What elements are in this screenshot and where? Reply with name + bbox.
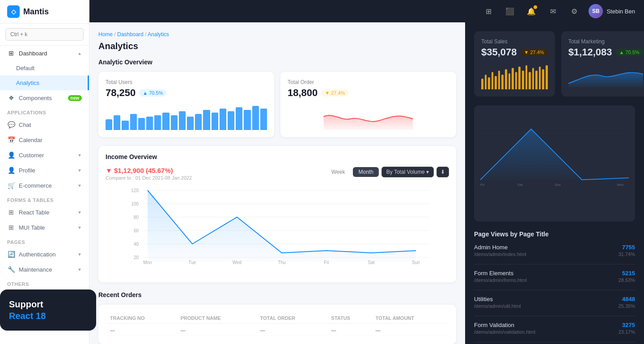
total-marketing-badge: ▲ 70.5% <box>616 49 643 56</box>
bar-gold <box>505 69 507 89</box>
sidebar-item-react-table[interactable]: ⊞ React Table ▼ <box>0 205 89 220</box>
forms-tables-label: Forms & Tables <box>0 193 89 205</box>
bar <box>187 117 194 130</box>
bar <box>212 113 218 130</box>
total-sales-value: $35,078 <box>481 46 517 58</box>
pv-title-1: Form Elements <box>474 270 527 277</box>
pages-label: Pages <box>0 235 89 247</box>
svg-text:Sun: Sun <box>555 183 561 187</box>
sidebar-item-chat[interactable]: 💬 Chat <box>0 117 89 132</box>
user-avatar: SB <box>589 4 603 18</box>
income-compare: Compare to : 01 Dec 2021-08 Jan 2022 <box>106 175 192 180</box>
page-views-section: Page Views by Page Title Admin Home /dem… <box>474 231 635 344</box>
svg-text:Tue: Tue <box>189 260 196 265</box>
sidebar-item-ecommerce[interactable]: 🛒 E-commerce ▼ <box>0 178 89 193</box>
svg-text:Sun: Sun <box>412 260 420 265</box>
total-sales-value-row: $35,078 ▼ 27.4% <box>481 46 548 58</box>
total-marketing-value-row: $1,12,083 ▲ 70.5% <box>568 46 643 58</box>
bar-gold <box>491 72 494 89</box>
total-order-badge: ▼ 27.4% <box>321 89 348 96</box>
marketing-svg <box>568 63 643 89</box>
sidebar-item-components[interactable]: ❖ Components new <box>0 90 89 105</box>
svg-text:Mon: Mon <box>143 260 152 265</box>
pv-row-0: Admin Home /demo/admin/index.html 7755 3… <box>474 244 635 257</box>
month-btn[interactable]: Month <box>353 167 378 177</box>
search-input[interactable] <box>5 28 84 41</box>
week-btn[interactable]: Week <box>326 167 350 177</box>
sidebar-item-authentication[interactable]: 🔄 Authentication ▼ <box>0 247 89 262</box>
col-tracking: TRACKING NO <box>106 313 176 324</box>
volume-select[interactable]: By Total Volume ▾ <box>381 167 434 177</box>
grid-icon-btn[interactable]: ⊞ <box>481 4 496 18</box>
auth-icon: 🔄 <box>7 251 15 258</box>
logo-area: ◇ Mantis <box>0 0 89 24</box>
svg-text:100: 100 <box>131 201 139 206</box>
sidebar-item-default[interactable]: Default <box>0 61 89 76</box>
sidebar-item-mui-table[interactable]: ⊞ MUI Table ▼ <box>0 220 89 235</box>
display-icon-btn[interactable]: ⬛ <box>503 4 517 18</box>
sidebar-item-analytics[interactable]: Analytics <box>0 76 89 90</box>
breadcrumb-home[interactable]: Home <box>98 31 113 38</box>
col-total-order: TOTAL ORDER <box>257 313 327 324</box>
chevron-down-icon3: ▼ <box>77 183 82 188</box>
bar <box>106 119 112 130</box>
bar-gold <box>539 67 541 89</box>
bar-gold <box>495 76 497 89</box>
mui-table-icon: ⊞ <box>7 224 15 231</box>
sidebar-item-calendar[interactable]: 📅 Calendar <box>0 132 89 147</box>
support-title: Support React 18 <box>9 298 87 322</box>
total-users-label: Total Users <box>106 79 267 85</box>
svg-text:60: 60 <box>134 228 139 233</box>
bar-gold <box>522 71 524 89</box>
pv-pct-1: 28.53% <box>619 277 635 283</box>
bar-gold <box>512 68 514 89</box>
search-bar <box>0 24 89 46</box>
user-info[interactable]: SB Stebin Ben <box>589 4 635 18</box>
sidebar-item-maintenance[interactable]: 🔧 Maintenance ▼ <box>0 262 89 277</box>
page-views-title: Page Views by Page Title <box>474 231 635 238</box>
sidebar-item-dashboard[interactable]: ⊞ Dashboard ▲ <box>0 46 89 61</box>
breadcrumb-dashboard[interactable]: Dashboard <box>117 31 144 38</box>
svg-text:20: 20 <box>134 255 139 260</box>
bar <box>236 107 242 130</box>
pv-row-3: Form Validation /demo/admin/validation.h… <box>474 322 635 335</box>
content-wrapper: Home / Dashboard / Analytics Analytics A… <box>89 22 644 344</box>
download-btn[interactable]: ⬇ <box>436 167 449 177</box>
right-panel: Total Sales $35,078 ▼ 27.4% <box>465 22 644 344</box>
income-svg: 120 100 80 60 40 20 Mon Tue Wed Thu <box>106 186 449 266</box>
bar <box>195 114 202 130</box>
area-svg <box>288 103 449 130</box>
svg-text:80: 80 <box>134 215 139 220</box>
orders-table: TRACKING NO PRODUCT NAME TOTAL ORDER STA… <box>106 312 449 337</box>
support-popup[interactable]: Support React 18 <box>0 289 96 331</box>
maintenance-icon: 🔧 <box>7 266 15 273</box>
income-title: Income Overview <box>106 153 449 160</box>
bar <box>162 113 169 130</box>
stat-cards-light: Total Users 78,250 ▲ 70.5% <box>98 72 456 137</box>
total-sales-chart <box>481 63 548 89</box>
chevron-down-icon7: ▼ <box>77 267 82 272</box>
svg-text:Sat: Sat <box>368 260 374 265</box>
main-area: ⊞ ⬛ 🔔 ✉ ⚙ SB Stebin Ben Home / Dashboard… <box>89 0 644 344</box>
bar-gold <box>518 67 521 89</box>
user-name: Stebin Ben <box>606 8 635 15</box>
total-users-card: Total Users 78,250 ▲ 70.5% <box>98 72 274 137</box>
total-order-value-row: 18,800 ▼ 27.4% <box>288 87 449 99</box>
income-controls: Week Month By Total Volume ▾ ⬇ <box>326 167 449 177</box>
notification-icon-btn[interactable]: 🔔 <box>524 4 538 18</box>
recent-orders-wrapper: Recent Orders TRACKING NO PRODUCT NAME T… <box>98 291 456 344</box>
divider <box>474 316 635 316</box>
analytic-overview-title: Analytic Overview <box>98 59 456 66</box>
react-table-icon: ⊞ <box>7 209 15 216</box>
sidebar-item-customer[interactable]: 👤 Customer ▼ <box>0 147 89 163</box>
sidebar-item-profile[interactable]: 👤 Profile ▼ <box>0 163 89 178</box>
bar <box>154 115 161 130</box>
dark-stat-cards: Total Sales $35,078 ▼ 27.4% <box>474 31 635 96</box>
settings-icon-btn[interactable]: ⚙ <box>567 4 581 18</box>
total-marketing-card: Total Marketing $1,12,083 ▲ 70.5% <box>561 31 644 96</box>
bar <box>244 110 250 130</box>
profile-icon: 👤 <box>7 167 15 174</box>
mail-icon-btn[interactable]: ✉ <box>546 4 560 18</box>
chevron-down-icon5: ▼ <box>77 225 82 230</box>
bar-gold <box>481 79 483 89</box>
